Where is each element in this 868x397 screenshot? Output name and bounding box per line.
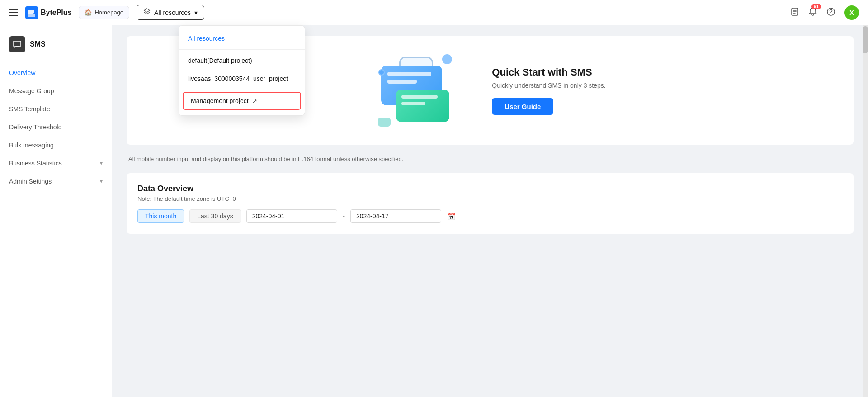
sms-icon xyxy=(9,36,25,52)
resources-dropdown: All resources default(Default project) l… xyxy=(179,25,305,116)
sidebar-item-overview-label-row: Overview xyxy=(9,69,35,76)
all-resources-button[interactable]: All resources ▾ xyxy=(137,5,204,20)
quick-start-description: Quickly understand SMS in only 3 steps. xyxy=(492,82,605,89)
sidebar: SMS Overview Message Group SMS Template … xyxy=(0,25,112,397)
sidebar-item-sms-template[interactable]: SMS Template xyxy=(0,100,112,118)
last-30-days-tab[interactable]: Last 30 days xyxy=(189,209,241,223)
chevron-down-icon: ▾ xyxy=(100,160,103,166)
hamburger-menu[interactable] xyxy=(9,9,18,16)
timezone-note: Note: The default time zone is UTC+0 xyxy=(137,195,843,202)
scrollbar-thumb[interactable] xyxy=(863,26,868,53)
admin-settings-label: Admin Settings xyxy=(9,178,52,185)
sidebar-title: SMS xyxy=(30,40,46,48)
business-statistics-label: Business Statistics xyxy=(9,160,62,167)
dropdown-divider-2 xyxy=(179,90,305,90)
dropdown-divider xyxy=(179,49,305,50)
byteplus-logo-icon xyxy=(25,6,38,19)
avatar[interactable]: X xyxy=(844,5,859,20)
homepage-label: Homepage xyxy=(94,9,123,16)
green-line-1 xyxy=(401,95,438,99)
header-right: 91 X xyxy=(790,5,859,20)
sidebar-item-bulk-messaging[interactable]: Bulk messaging xyxy=(0,136,112,154)
management-project-label: Management project xyxy=(191,97,249,104)
accent-shape xyxy=(378,118,391,127)
external-link-icon: ↗ xyxy=(252,98,257,104)
notification-icon[interactable]: 91 xyxy=(808,7,817,18)
accent-circle xyxy=(442,54,452,64)
msg-line-1 xyxy=(387,72,431,76)
sidebar-item-overview[interactable]: Overview xyxy=(0,64,112,82)
delivery-threshold-label: Delivery Threshold xyxy=(9,123,61,131)
sidebar-item-business-statistics[interactable]: Business Statistics ▾ xyxy=(0,154,112,172)
layout: SMS Overview Message Group SMS Template … xyxy=(0,25,868,397)
date-separator: - xyxy=(343,212,345,220)
chevron-down-icon-admin: ▾ xyxy=(100,178,103,184)
layers-icon xyxy=(143,8,151,17)
data-overview-section: Data Overview Note: The default time zon… xyxy=(127,173,854,234)
header: BytePlus 🏠 Homepage All resources ▾ 91 X xyxy=(0,0,868,25)
date-filter-row: This month Last 30 days - 📅 xyxy=(137,209,843,223)
overview-label: Overview xyxy=(9,69,35,76)
bubble-dot xyxy=(378,69,385,76)
quick-start-title: Quick Start with SMS xyxy=(492,66,605,78)
this-month-tab[interactable]: This month xyxy=(137,209,184,223)
notice-text: All mobile number input and display on t… xyxy=(127,156,854,162)
date-from-input[interactable] xyxy=(246,209,337,223)
sidebar-header: SMS xyxy=(0,33,112,60)
calendar-icon[interactable]: 📅 xyxy=(447,212,456,221)
logo-text: BytePlus xyxy=(41,9,71,17)
green-line-2 xyxy=(401,102,425,105)
user-guide-button[interactable]: User Guide xyxy=(492,98,553,115)
green-message-bubble xyxy=(396,90,449,122)
sidebar-item-admin-settings[interactable]: Admin Settings ▾ xyxy=(0,172,112,190)
dropdown-item-all-resources[interactable]: All resources xyxy=(179,29,305,47)
data-overview-title: Data Overview xyxy=(137,184,843,194)
dropdown-item-default[interactable]: default(Default project) xyxy=(179,52,305,70)
quick-start-text-block: Quick Start with SMS Quickly understand … xyxy=(492,66,605,115)
management-project-item[interactable]: Management project ↗ xyxy=(183,92,301,110)
notification-badge: 91 xyxy=(811,4,821,9)
dropdown-item-livesaas[interactable]: livesaas_3000003544_user_project xyxy=(179,70,305,88)
homepage-button[interactable]: 🏠 Homepage xyxy=(79,6,129,19)
date-to-input[interactable] xyxy=(350,209,441,223)
scrollbar-track[interactable] xyxy=(863,25,868,397)
sidebar-item-message-group[interactable]: Message Group xyxy=(0,82,112,100)
message-group-label: Message Group xyxy=(9,87,54,95)
house-icon: 🏠 xyxy=(85,9,92,16)
help-icon[interactable] xyxy=(826,7,835,18)
sms-illustration xyxy=(374,54,456,127)
logo: BytePlus xyxy=(25,6,71,19)
chevron-down-icon: ▾ xyxy=(194,9,198,16)
sms-template-label: SMS Template xyxy=(9,105,50,113)
sidebar-item-delivery-threshold[interactable]: Delivery Threshold xyxy=(0,118,112,136)
svg-point-3 xyxy=(830,14,831,14)
resources-label: All resources xyxy=(154,9,191,16)
msg-line-2 xyxy=(387,80,416,84)
document-icon[interactable] xyxy=(790,7,799,18)
header-left: BytePlus 🏠 Homepage All resources ▾ xyxy=(9,5,204,20)
bulk-messaging-label: Bulk messaging xyxy=(9,142,54,149)
